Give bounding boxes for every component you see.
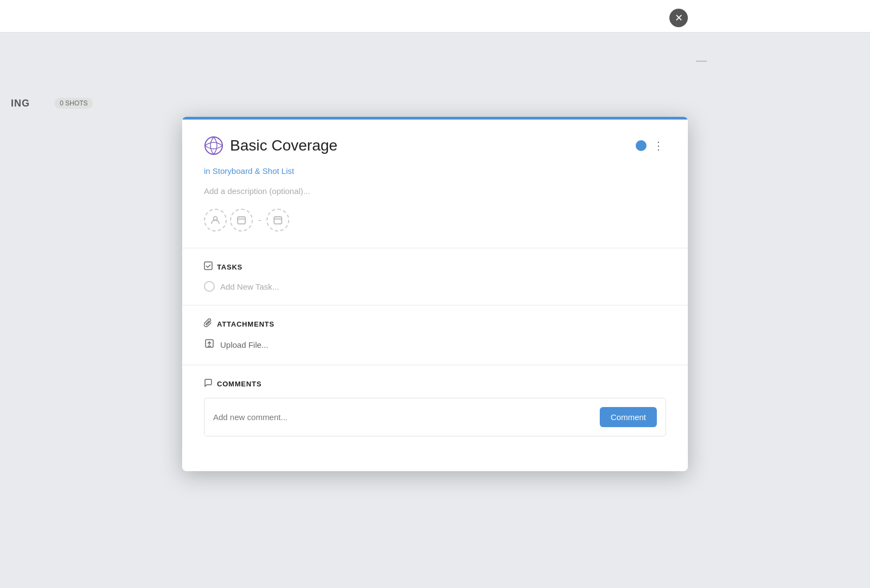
coverage-icon xyxy=(204,136,223,155)
calendar-start-icon xyxy=(237,215,246,225)
tasks-header: TASKS xyxy=(204,261,666,272)
attachments-label: ATTACHMENTS xyxy=(217,320,275,328)
svg-rect-3 xyxy=(274,217,282,224)
add-task-input[interactable]: Add New Task... xyxy=(220,282,279,291)
date-assignee-row: - xyxy=(204,209,666,232)
upload-label[interactable]: Upload File... xyxy=(220,340,268,349)
svg-rect-4 xyxy=(204,262,212,270)
subtitle-location[interactable]: Storyboard & Shot List xyxy=(213,166,294,176)
comments-header: COMMENTS xyxy=(204,378,666,389)
assignee-button[interactable] xyxy=(204,209,227,232)
comments-label: COMMENTS xyxy=(217,380,262,388)
svg-point-0 xyxy=(205,137,222,154)
comment-input-area: Comment xyxy=(204,398,666,436)
end-date-button[interactable] xyxy=(266,209,289,232)
status-dot[interactable] xyxy=(636,140,647,151)
modal-title: Basic Coverage xyxy=(230,137,338,154)
attachments-header: ATTACHMENTS xyxy=(204,318,666,329)
bg-sidebar-text: ING xyxy=(11,98,30,109)
upload-file-button[interactable]: Upload File... xyxy=(204,338,666,352)
modal-actions: ⋮ xyxy=(636,138,666,153)
person-icon xyxy=(210,215,220,225)
title-row: Basic Coverage xyxy=(204,136,338,155)
modal-body: Basic Coverage ⋮ in Storyboard & Shot Li… xyxy=(182,120,688,471)
comment-submit-button[interactable]: Comment xyxy=(600,407,657,427)
paperclip-icon xyxy=(204,318,213,329)
modal-header: Basic Coverage ⋮ xyxy=(204,136,666,155)
svg-rect-2 xyxy=(238,217,245,224)
comment-icon xyxy=(204,378,213,389)
upload-icon xyxy=(204,338,215,352)
attachments-section: ATTACHMENTS Upload File... xyxy=(204,305,666,365)
add-task-row: Add New Task... xyxy=(204,281,666,292)
bg-badge: 0 SHOTS xyxy=(54,98,93,109)
more-icon: ⋮ xyxy=(653,139,664,152)
calendar-end-icon xyxy=(273,215,283,225)
bg-dash: — xyxy=(696,54,707,67)
bg-header xyxy=(0,0,870,33)
tasks-icon xyxy=(204,261,213,272)
comment-input[interactable] xyxy=(213,412,600,422)
modal-dialog: ✕ Basic Coverage ⋮ xyxy=(182,117,688,471)
date-separator: - xyxy=(256,215,263,225)
start-date-button[interactable] xyxy=(230,209,253,232)
modal-subtitle: in Storyboard & Shot List xyxy=(204,166,666,176)
more-options-button[interactable]: ⋮ xyxy=(651,138,666,153)
tasks-label: TASKS xyxy=(217,263,243,271)
subtitle-prefix: in xyxy=(204,166,210,176)
close-x-icon: ✕ xyxy=(675,12,683,24)
close-button-outer[interactable]: ✕ xyxy=(669,9,688,27)
description-field[interactable]: Add a description (optional)... xyxy=(204,186,666,196)
tasks-section: TASKS Add New Task... xyxy=(204,248,666,305)
task-checkbox[interactable] xyxy=(204,281,215,292)
comments-section: COMMENTS Comment xyxy=(204,365,666,449)
